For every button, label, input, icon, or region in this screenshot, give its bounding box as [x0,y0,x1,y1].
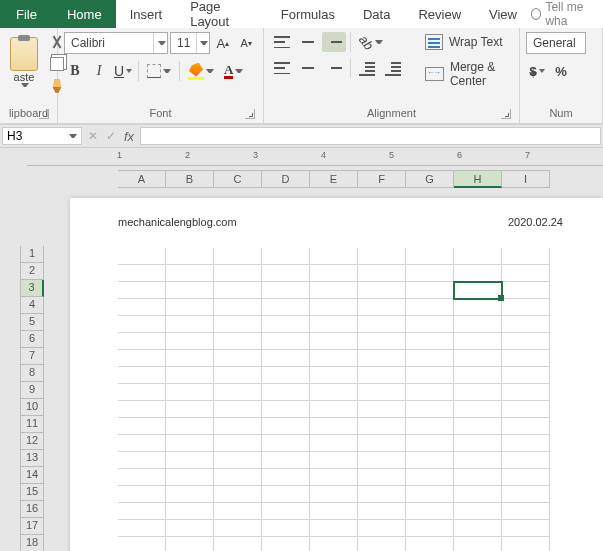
cell-D6[interactable] [262,333,310,350]
cell-G10[interactable] [406,401,454,418]
cell-D11[interactable] [262,418,310,435]
underline-button[interactable]: U [112,60,134,82]
cell-F14[interactable] [358,469,406,486]
tab-insert[interactable]: Insert [116,0,177,28]
cell-E9[interactable] [310,384,358,401]
column-header-C[interactable]: C [214,170,262,188]
cell-G5[interactable] [406,316,454,333]
align-left-button[interactable] [270,58,294,78]
cell-A9[interactable] [118,384,166,401]
cell-C9[interactable] [214,384,262,401]
cell-G8[interactable] [406,367,454,384]
fx-icon[interactable]: fx [124,129,134,144]
tab-view[interactable]: View [475,0,531,28]
cell-A11[interactable] [118,418,166,435]
cell-C1[interactable] [214,248,262,265]
cell-H15[interactable] [454,486,502,503]
cell-F12[interactable] [358,435,406,452]
cell-A2[interactable] [118,265,166,282]
row-header-5[interactable]: 5 [20,314,44,331]
cell-A10[interactable] [118,401,166,418]
cell-I7[interactable] [502,350,550,367]
cell-A13[interactable] [118,452,166,469]
cell-A17[interactable] [118,520,166,537]
cell-F6[interactable] [358,333,406,350]
row-header-14[interactable]: 14 [20,467,44,484]
cell-F1[interactable] [358,248,406,265]
cancel-icon[interactable]: ✕ [88,129,98,143]
column-header-H[interactable]: H [454,170,502,188]
cell-A18[interactable] [118,537,166,551]
cell-C5[interactable] [214,316,262,333]
cell-B18[interactable] [166,537,214,551]
cell-I8[interactable] [502,367,550,384]
cell-I4[interactable] [502,299,550,316]
cell-E15[interactable] [310,486,358,503]
name-box-input[interactable] [3,129,63,143]
cell-C11[interactable] [214,418,262,435]
cell-G12[interactable] [406,435,454,452]
tab-home[interactable]: Home [53,0,116,28]
tab-page-layout[interactable]: Page Layout [176,0,267,28]
row-header-6[interactable]: 6 [20,331,44,348]
cell-D15[interactable] [262,486,310,503]
cell-I14[interactable] [502,469,550,486]
italic-button[interactable]: I [88,60,110,82]
fill-color-button[interactable] [184,61,218,82]
cell-C14[interactable] [214,469,262,486]
cell-D17[interactable] [262,520,310,537]
cell-D10[interactable] [262,401,310,418]
cell-H13[interactable] [454,452,502,469]
cell-A3[interactable] [118,282,166,299]
dialog-launcher-icon[interactable] [245,109,255,119]
increase-font-button[interactable]: A▴ [212,32,233,54]
cell-B15[interactable] [166,486,214,503]
cell-D3[interactable] [262,282,310,299]
cell-D18[interactable] [262,537,310,551]
cell-H17[interactable] [454,520,502,537]
cell-I6[interactable] [502,333,550,350]
row-header-11[interactable]: 11 [20,416,44,433]
cell-G18[interactable] [406,537,454,551]
cell-F18[interactable] [358,537,406,551]
cell-I16[interactable] [502,503,550,520]
row-header-4[interactable]: 4 [20,297,44,314]
cell-F9[interactable] [358,384,406,401]
cell-B7[interactable] [166,350,214,367]
row-header-7[interactable]: 7 [20,348,44,365]
cell-F11[interactable] [358,418,406,435]
cell-D9[interactable] [262,384,310,401]
cell-G6[interactable] [406,333,454,350]
cell-I2[interactable] [502,265,550,282]
cell-G16[interactable] [406,503,454,520]
cell-E7[interactable] [310,350,358,367]
tab-formulas[interactable]: Formulas [267,0,349,28]
row-header-9[interactable]: 9 [20,382,44,399]
align-center-button[interactable] [296,58,320,78]
align-top-button[interactable] [270,32,294,52]
row-header-13[interactable]: 13 [20,450,44,467]
cell-grid[interactable] [118,248,550,551]
cell-E8[interactable] [310,367,358,384]
cell-I12[interactable] [502,435,550,452]
dialog-launcher-icon[interactable] [501,109,511,119]
column-header-D[interactable]: D [262,170,310,188]
number-format-combo[interactable]: General [526,32,586,54]
cell-E12[interactable] [310,435,358,452]
cell-E5[interactable] [310,316,358,333]
cell-F13[interactable] [358,452,406,469]
row-header-16[interactable]: 16 [20,501,44,518]
cell-F10[interactable] [358,401,406,418]
font-color-button[interactable]: A [220,61,247,81]
cell-G7[interactable] [406,350,454,367]
cell-B16[interactable] [166,503,214,520]
orientation-button[interactable]: ab [355,32,387,52]
formula-input[interactable] [140,127,601,145]
cell-G15[interactable] [406,486,454,503]
cell-E10[interactable] [310,401,358,418]
cell-E14[interactable] [310,469,358,486]
cell-B14[interactable] [166,469,214,486]
cell-D12[interactable] [262,435,310,452]
cell-I18[interactable] [502,537,550,551]
cell-I17[interactable] [502,520,550,537]
